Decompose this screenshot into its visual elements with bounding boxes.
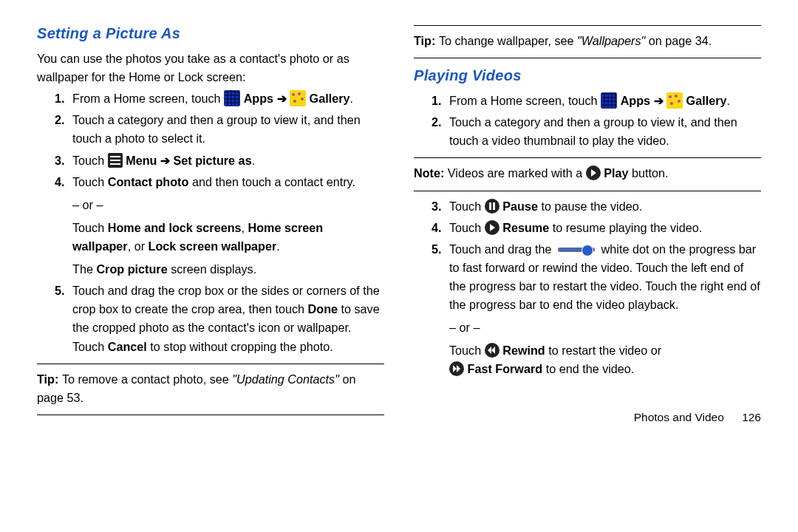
document-page: Setting a Picture As You can use the pho… — [0, 0, 798, 532]
progress-bar-icon — [558, 248, 595, 252]
page-footer: Photos and Video 126 — [414, 409, 761, 426]
step-2: Touch a category and then a group to vie… — [445, 113, 761, 150]
right-column: Tip: To change wallpaper, see "Wallpaper… — [414, 22, 761, 525]
pause-icon — [485, 199, 499, 214]
gallery-icon — [666, 92, 683, 109]
left-column: Setting a Picture As You can use the pho… — [37, 22, 384, 525]
divider — [414, 157, 761, 158]
step-2: Touch a category and then a group to vie… — [68, 111, 384, 148]
steps-right-b: Touch Pause to pause the video. Touch Re… — [414, 197, 761, 379]
step-3: Touch Menu ➔ Set picture as. — [68, 151, 384, 170]
footer-section: Photos and Video — [634, 411, 724, 423]
intro-text: You can use the photos you take as a con… — [37, 50, 384, 86]
footer-page-number: 126 — [742, 411, 761, 423]
step-4: Touch Contact photo and then touch a con… — [68, 173, 384, 279]
menu-icon — [108, 153, 123, 168]
divider — [37, 364, 384, 364]
step-5: Touch and drag the white dot on the prog… — [445, 240, 761, 379]
gallery-icon — [290, 90, 306, 106]
rewind-icon — [485, 343, 499, 358]
apps-icon — [601, 92, 617, 109]
divider — [414, 25, 761, 26]
resume-icon — [485, 220, 499, 235]
step-5: Touch and drag the crop box or the sides… — [68, 282, 384, 355]
step-3: Touch Pause to pause the video. — [445, 197, 761, 216]
steps-left: From a Home screen, touch Apps ➔ Gallery… — [37, 89, 384, 355]
divider — [414, 58, 761, 58]
heading-left: Setting a Picture As — [37, 22, 384, 45]
fast-forward-icon — [449, 361, 464, 376]
heading-right: Playing Videos — [414, 64, 761, 87]
tip-left: Tip: To remove a contact photo, see "Upd… — [37, 370, 384, 407]
note-right: Note: Videos are marked with a Play butt… — [414, 164, 761, 183]
step-4: Touch Resume to resume playing the video… — [445, 219, 761, 237]
step-1: From a Home screen, touch Apps ➔ Gallery… — [68, 89, 384, 108]
step-1: From a Home screen, touch Apps ➔ Gallery… — [445, 92, 761, 110]
steps-right-a: From a Home screen, touch Apps ➔ Gallery… — [414, 92, 761, 150]
divider — [37, 415, 384, 415]
tip-right: Tip: To change wallpaper, see "Wallpaper… — [414, 32, 761, 50]
apps-icon — [224, 90, 240, 106]
play-icon — [586, 166, 601, 180]
divider — [414, 191, 761, 191]
